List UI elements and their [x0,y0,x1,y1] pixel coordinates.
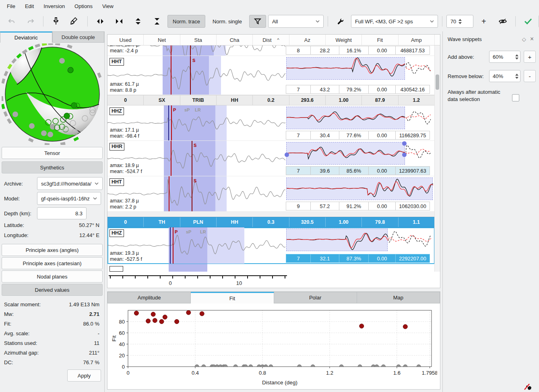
fit-point-unused[interactable] [223,365,227,369]
phase-pick[interactable] [171,56,171,95]
hide-button[interactable] [494,15,511,28]
wave-snippet-box[interactable] [286,57,405,80]
tensor-button[interactable]: Tensor [2,147,103,159]
station-dot[interactable] [41,130,47,136]
nodal-planes-button[interactable]: Nodal planes [2,270,103,283]
redo-button[interactable] [22,15,39,28]
station-dot[interactable] [59,58,65,64]
phase-pick[interactable] [169,176,169,211]
tab-map[interactable]: Map [357,292,440,303]
norm-trace-button[interactable]: Norm. trace [167,15,205,28]
archive-select[interactable]: sc3gf1d:///home/data/ [37,177,103,190]
add-button[interactable]: + [475,15,492,28]
snippet-handle[interactable] [402,153,407,157]
apply-button[interactable]: Apply [67,369,101,382]
fit-point-unused[interactable] [382,365,386,369]
vertical-scrollbar[interactable] [434,45,440,272]
threshold-spinner[interactable]: 70 [446,15,473,28]
snippet-area[interactable]: 739.685.6%0.001239907.63 [285,141,435,176]
phase-pick[interactable] [192,141,192,176]
column-header-dist[interactable]: Dist^ [253,35,289,45]
snippet-area[interactable]: 732.187.3%0.002292207.00 [285,227,435,264]
phase-pick[interactable] [171,45,171,56]
auto-selection-checkbox[interactable] [512,94,519,101]
fit-point-unused[interactable] [269,365,273,369]
phase-pick[interactable] [173,227,173,264]
wave-snippet-box[interactable] [286,229,388,251]
fit-point-unused[interactable] [358,365,362,369]
model-select[interactable]: gf-qseis-iasp91-16hz [37,192,101,205]
fit-point-unused[interactable] [417,365,421,369]
collapse-horizontal-button[interactable] [111,15,128,28]
snippet-area[interactable]: 730.477.6%0.001166289.75 [285,105,435,140]
fit-point-used[interactable] [134,311,138,315]
filter-select[interactable]: All [268,15,324,28]
remove-below-spinner[interactable]: 40% [489,70,520,82]
fit-point-unused[interactable] [397,365,401,369]
menu-edit[interactable]: Edit [21,2,38,11]
tab-polar[interactable]: Polar [274,292,357,303]
depth-input[interactable]: 8.3 [37,207,87,219]
fit-point-unused[interactable] [264,365,268,369]
close-dock-icon[interactable]: × [528,35,536,43]
principle-axes-angles--button[interactable]: Principle axes (angles) [2,244,103,256]
fit-point-used[interactable] [153,318,157,322]
menu-options[interactable]: Options [70,2,97,11]
snippet-handle[interactable] [402,141,407,146]
synthetics-button[interactable]: Synthetics [2,161,103,173]
float-dock-icon[interactable]: ◇ [520,36,528,42]
tab-fit[interactable]: Fit [191,292,274,303]
phase-pick[interactable] [190,45,191,56]
pin-button[interactable] [47,15,64,28]
snippet-handle[interactable] [285,153,289,157]
wave-snippet-box[interactable] [286,142,405,165]
fit-point-unused[interactable] [375,365,379,369]
phase-pick[interactable] [190,56,191,95]
channel-row[interactable]: PsPLRHHZamax: 19.3 µmean: -527.5 f732.18… [107,227,435,264]
scrollbar-thumb[interactable] [436,74,439,90]
channel-row[interactable]: SHHRamax: 18.9 µmean: -524.7 f739.685.6%… [107,141,435,176]
column-header-cha[interactable]: Cha [217,35,253,45]
menu-inversion[interactable]: Inversion [39,2,69,11]
trace-area[interactable]: SHHTamax: 37.8 µmean: 2.2 p [107,176,285,211]
trace-area[interactable]: SHHRamax: 18.9 µmean: -524.7 f [107,141,285,176]
fit-point-used[interactable] [159,319,164,324]
collapse-vertical-button[interactable] [149,15,165,28]
fit-point-unused[interactable] [297,365,302,369]
expand-vertical-button[interactable] [130,15,147,28]
channel-row[interactable]: SHHTamax: 37.8 µmean: 2.2 p957.291.2%0.0… [107,176,435,212]
fit-point-used[interactable] [163,315,167,319]
channel-row[interactable]: amax: 25.6 pmean: -2.4 p828.216.1%0.0046… [107,45,435,56]
station-row-selected[interactable]: 0THPLNHH0.3320.51.0079.81.1 [107,217,435,227]
filter-button[interactable] [249,15,266,28]
accept-button[interactable] [520,15,537,28]
fit-point-used[interactable] [403,324,407,329]
settings-button[interactable] [332,15,349,28]
undo-button[interactable] [3,15,20,28]
station-row[interactable]: 0SXTRIBHH0.2293.61.0087.91.2 [107,95,435,105]
station-dot[interactable] [29,123,35,129]
column-header-weight[interactable]: Weight [326,35,362,45]
tab-amplitude[interactable]: Amplitude [107,292,191,303]
fit-point-used[interactable] [175,319,179,324]
fit-point-unused[interactable] [233,365,237,369]
column-header-sta[interactable]: Sta [180,35,217,45]
tab-double-couple[interactable]: Double couple [52,31,105,43]
clean-button[interactable] [66,15,83,28]
principle-axes-cartesian--button[interactable]: Principle axes (cartesian) [2,257,103,269]
station-dot[interactable] [68,67,73,73]
trace-area[interactable]: PsPLRHHZamax: 19.3 µmean: -527.5 f [107,227,285,264]
menu-file[interactable]: File [2,2,20,11]
profile-select[interactable]: Full WF, <M3, GF >2 sps [351,15,438,28]
station-dot[interactable] [12,111,18,117]
beachball-plot[interactable] [2,43,103,145]
snippet-area[interactable]: 743.279.2%0.00430542.16 [285,56,435,95]
fit-point-unused[interactable] [339,365,343,369]
wave-snippet-box[interactable] [286,107,405,129]
column-header-amp[interactable]: Amp [399,35,435,45]
column-header-fit[interactable]: Fit [362,35,398,45]
fit-distance-chart[interactable]: 02040608000.40.81.21.61.7958Distance (de… [110,306,437,387]
add-snippets-button[interactable]: + [524,51,536,63]
column-header-used[interactable]: Used [107,35,144,45]
fit-point-unused[interactable] [244,365,248,369]
